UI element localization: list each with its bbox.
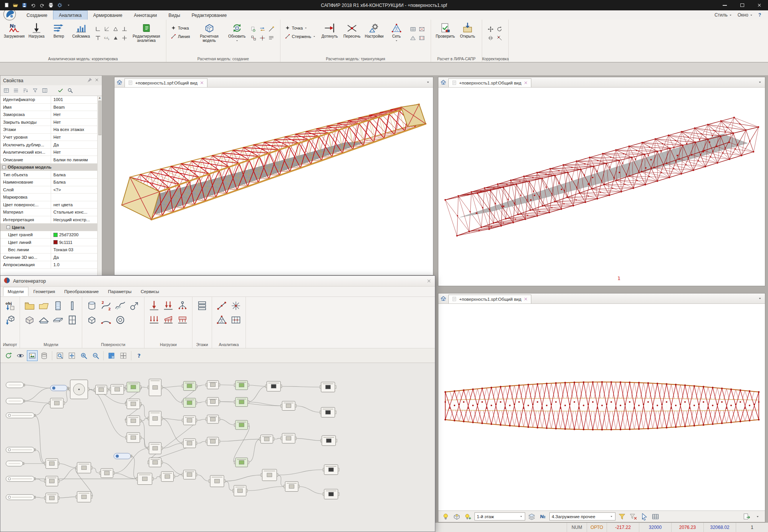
grid-blue-button[interactable] <box>106 350 117 361</box>
gear-blue-button[interactable] <box>55 1 64 9</box>
bulb-button[interactable] <box>441 512 450 521</box>
column-button[interactable] <box>66 300 78 312</box>
tri-bar-button[interactable]: Стержень <box>284 33 317 40</box>
statusbar-cell-1[interactable]: ОРТО <box>587 523 607 532</box>
torus-button[interactable] <box>114 314 126 326</box>
graph-node[interactable] <box>76 491 92 502</box>
verify-button[interactable]: Проверить <box>434 21 456 38</box>
support-solid-button[interactable] <box>111 34 119 42</box>
nurbs-button[interactable] <box>114 300 126 312</box>
pin-icon[interactable] <box>87 78 92 84</box>
line-button[interactable]: Линия <box>169 33 191 40</box>
autogen-tab-1[interactable]: Геометрия <box>29 287 59 296</box>
print-button[interactable] <box>46 1 55 9</box>
grid-view-button[interactable] <box>2 86 10 94</box>
toolbar-menu-button[interactable] <box>753 512 762 521</box>
floors-button[interactable] <box>196 300 208 312</box>
graph-node[interactable] <box>323 489 339 499</box>
ribbon-tab-0[interactable]: Создание <box>21 10 53 20</box>
folder-button[interactable] <box>23 300 36 312</box>
render-box-button[interactable] <box>452 512 461 521</box>
support-fix-button[interactable] <box>103 25 111 33</box>
property-value[interactable]: Да <box>51 255 102 260</box>
intersect-button[interactable]: Пересечь <box>341 21 363 38</box>
redo-button[interactable] <box>38 1 46 9</box>
graph-node[interactable] <box>160 472 175 482</box>
assign-rows-button[interactable] <box>267 34 275 42</box>
graph-node[interactable] <box>281 401 297 411</box>
rotate-tool-button[interactable] <box>496 25 504 33</box>
tri-settings-button[interactable]: Настройки <box>363 21 385 38</box>
swap-arrows-button[interactable] <box>259 25 267 33</box>
load-tree-button[interactable] <box>176 300 189 312</box>
graph-node[interactable] <box>109 384 125 394</box>
graph-node[interactable] <box>261 469 278 481</box>
columns-view-button[interactable] <box>41 86 49 94</box>
table-grid-button[interactable] <box>651 512 660 521</box>
autogenerator-titlebar[interactable]: Автогенератор <box>0 276 435 287</box>
statusbar-cell-3[interactable]: 32000 <box>639 523 671 532</box>
help-button[interactable]: ? <box>134 350 144 361</box>
tab-close-icon[interactable] <box>524 81 528 86</box>
zoom-pan-button[interactable] <box>66 350 77 361</box>
floor-select[interactable]: 1-й этаж <box>474 512 525 520</box>
support-cc-button[interactable]: C,C2 <box>103 34 111 42</box>
load-button[interactable]: Нагрузка <box>25 21 48 38</box>
graph-node[interactable] <box>234 420 249 429</box>
graph-node[interactable] <box>284 482 300 492</box>
wand-line-button[interactable] <box>267 25 275 33</box>
help-button[interactable]: ? <box>756 12 763 18</box>
import-3d-button[interactable] <box>4 314 16 326</box>
slab-button[interactable] <box>52 314 64 326</box>
save-button[interactable] <box>20 1 28 9</box>
mesh-b-button[interactable] <box>418 25 426 33</box>
property-value[interactable]: На всех этажах <box>51 127 102 132</box>
home-icon[interactable] <box>116 79 123 85</box>
graph-node[interactable] <box>148 458 163 467</box>
mirror-tool-button[interactable] <box>487 34 495 42</box>
graph-node[interactable] <box>126 382 141 392</box>
property-value[interactable]: 1.0 <box>51 262 102 267</box>
graph-node[interactable] <box>136 473 153 485</box>
move-tool-button[interactable] <box>487 25 495 33</box>
node-graph-canvas[interactable] <box>0 363 435 532</box>
tab-close-icon[interactable] <box>524 297 528 302</box>
roof-button[interactable] <box>38 314 50 326</box>
property-value[interactable]: 9c1111 <box>51 240 102 245</box>
graph-node[interactable] <box>232 486 247 496</box>
graph-node[interactable] <box>45 476 60 486</box>
ribbon-tab-1[interactable]: Аналитика <box>53 10 87 20</box>
property-value[interactable]: Несущий констр... <box>51 217 102 222</box>
property-section[interactable]: -Цвета <box>0 224 102 231</box>
home-icon[interactable] <box>440 295 446 302</box>
loadcase-select[interactable]: 4.Загружение прочее <box>549 512 615 520</box>
graph-node[interactable] <box>234 381 249 390</box>
property-value[interactable]: Балка <box>51 180 102 184</box>
graph-node[interactable] <box>206 437 220 446</box>
autogen-tab-4[interactable]: Сервисы <box>136 287 163 296</box>
graph-node[interactable] <box>49 398 65 408</box>
mesh-d-button[interactable] <box>418 34 426 42</box>
property-value[interactable]: 1001 <box>51 97 102 102</box>
graph-node[interactable] <box>182 416 197 425</box>
point-button[interactable]: Точка <box>169 25 191 31</box>
property-value[interactable]: Стальные конс... <box>51 210 102 214</box>
support-cross-button[interactable] <box>120 34 128 42</box>
tab-close-icon[interactable] <box>200 81 204 86</box>
scroll-up-icon[interactable]: ▲ <box>98 96 101 99</box>
tab-list-dropdown-icon[interactable] <box>426 80 431 84</box>
statusbar-cell-6[interactable]: 1 <box>736 523 768 532</box>
tri-point-button[interactable]: Точка <box>284 25 317 31</box>
list-view-button[interactable] <box>12 86 20 94</box>
regenerate-button[interactable] <box>3 350 14 361</box>
cylinder-button[interactable] <box>86 300 98 312</box>
property-value[interactable]: Балки по линиям <box>51 157 102 162</box>
eye-button[interactable] <box>15 350 26 361</box>
graph-node[interactable] <box>206 398 220 406</box>
extrude-surf-button[interactable] <box>128 300 141 312</box>
wall-button[interactable] <box>52 300 64 312</box>
database-button[interactable] <box>39 350 50 361</box>
layers-button[interactable] <box>527 512 536 521</box>
property-value[interactable]: Балка <box>51 172 102 177</box>
calc-model-button[interactable]: Расчетная модель <box>193 21 226 43</box>
